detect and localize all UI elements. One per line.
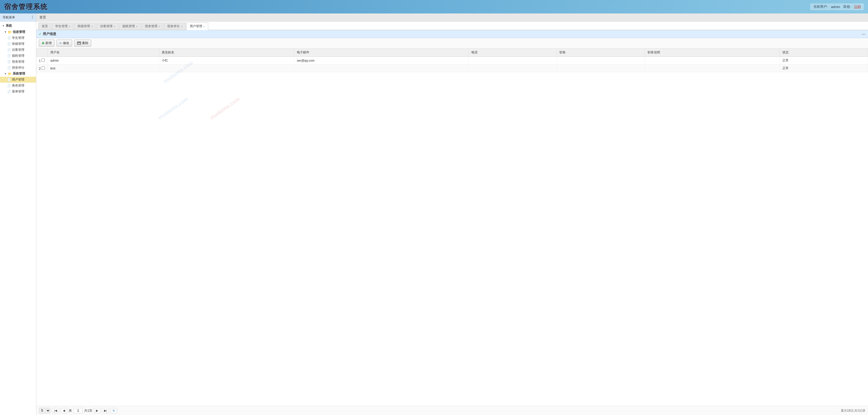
table-row: 1 admin 小红 ser@qq.com 正常 (36, 57, 868, 65)
user-mgmt-label: 用户管理 (12, 77, 24, 82)
col-header-role: 职务 (557, 48, 645, 57)
delete-icon: ▬ (77, 41, 81, 45)
dorm-mgmt-label: 宿舍管理 (12, 60, 24, 64)
page-label: 第 (69, 409, 72, 413)
doc-icon: 📄 (7, 36, 11, 40)
cell-email-2 (294, 65, 469, 72)
cell-role-2 (557, 65, 645, 72)
folder-icon: 📁 (8, 30, 12, 34)
cell-username-1: admin (48, 57, 159, 65)
tab-user-mgmt-close[interactable]: × (203, 25, 205, 28)
sidebar-tree: ▼ 系统 ▼ 📁 信息管理 📄 学生管理 📄 班级管理 📄 访客管理 (0, 22, 36, 96)
content-area: 首页 首页 学生管理 × 班级管理 × 访客管理 × 损耗管理 × (36, 13, 868, 415)
last-page-button[interactable]: ▶| (102, 408, 109, 413)
tab-dorm-eval[interactable]: 宿舍评分 × (164, 23, 186, 30)
table-row: 2 test 正常 (36, 65, 868, 72)
table-container: mudaima.com mudaima.com mudaima.com 用户名 … (36, 48, 868, 406)
tab-visitor-mgmt[interactable]: 访客管理 × (97, 23, 119, 30)
cell-phone-1 (469, 57, 557, 65)
first-page-button[interactable]: |◀ (52, 408, 59, 413)
app-title: 宿舍管理系统 (4, 2, 48, 11)
tab-damage-mgmt-close[interactable]: × (136, 25, 137, 28)
sidebar-item-dorm-eval[interactable]: 📄 宿舍评分 (0, 65, 36, 71)
sidebar-item-damage-mgmt[interactable]: 📄 损耗管理 (0, 53, 36, 59)
edit-button[interactable]: ✏ 修改 (57, 40, 72, 47)
logout-button[interactable]: 注销 (854, 4, 861, 9)
header: 宿舍管理系统 当前用户: admin 其他: 注销 (0, 0, 868, 13)
doc-icon: 📄 (7, 48, 11, 51)
arrow-icon: ▼ (4, 72, 7, 75)
sidebar: 导航菜单 《 ▼ 系统 ▼ 📁 信息管理 📄 学生管理 📄 班级管理 (0, 13, 36, 415)
pagination: 5 10 20 50 |◀ ◀ 第 共1页 ▶ ▶| ↻ 显示1到2,共2记录 (36, 406, 868, 415)
toolbar: ✚ 新增 ✏ 修改 ▬ 删除 (36, 38, 868, 48)
tab-dorm-mgmt-close[interactable]: × (158, 25, 160, 28)
info-mgmt-label: 信息管理 (13, 30, 25, 34)
tab-dorm-mgmt-label: 宿舍管理 (145, 24, 157, 29)
col-header-username: 用户名 (48, 48, 159, 57)
sidebar-item-system[interactable]: ▼ 系统 (0, 23, 36, 29)
tab-student-mgmt-close[interactable]: × (69, 25, 70, 28)
row-checkbox-1[interactable] (41, 59, 45, 62)
panel-title: ✓ 用户信息 (39, 32, 56, 36)
tab-visitor-mgmt-close[interactable]: × (114, 25, 115, 28)
tab-dorm-eval-close[interactable]: × (181, 25, 182, 28)
doc-icon: 📄 (7, 78, 11, 81)
page-size-select[interactable]: 5 10 20 50 (39, 408, 50, 413)
panel-collapse-button[interactable]: — (862, 32, 865, 36)
student-mgmt-label: 学生管理 (12, 36, 24, 40)
folder-icon: 📁 (8, 72, 12, 76)
user-table: 用户名 真实姓名 电子邮件 电话 职务 职务说明 状态 1 (36, 48, 868, 72)
doc-icon: 📄 (7, 60, 11, 64)
sidebar-toggle-button[interactable]: 《 (30, 15, 33, 20)
table-body: 1 admin 小红 ser@qq.com 正常 (36, 57, 868, 72)
add-label: 新增 (45, 41, 52, 45)
cell-role-desc-1 (645, 57, 780, 65)
tab-damage-mgmt[interactable]: 损耗管理 × (119, 23, 141, 30)
tab-visitor-mgmt-label: 访客管理 (100, 24, 113, 29)
next-page-button[interactable]: ▶ (94, 408, 100, 413)
sidebar-item-dorm-mgmt[interactable]: 📄 宿舍管理 (0, 59, 36, 65)
sidebar-item-user-mgmt[interactable]: 📄 用户管理 (0, 77, 36, 83)
col-header-email: 电子邮件 (294, 48, 469, 57)
tab-class-mgmt[interactable]: 班级管理 × (74, 23, 96, 30)
sidebar-item-student-mgmt[interactable]: 📄 学生管理 (0, 35, 36, 41)
prev-page-button[interactable]: ◀ (61, 408, 67, 413)
tab-user-mgmt[interactable]: 用户管理 × (186, 23, 208, 30)
sidebar-item-sys-mgmt[interactable]: ▼ 📁 系统管理 (0, 71, 36, 77)
cell-status-1: 正常 (780, 57, 868, 65)
refresh-button[interactable]: ↻ (111, 408, 117, 413)
sidebar-item-visitor-mgmt[interactable]: 📄 访客管理 (0, 47, 36, 53)
check-icon: ✓ (39, 32, 41, 36)
dorm-eval-label: 宿舍评分 (12, 66, 24, 70)
sidebar-item-info-mgmt[interactable]: ▼ 📁 信息管理 (0, 29, 36, 35)
tab-dorm-mgmt[interactable]: 宿舍管理 × (142, 23, 163, 30)
delete-button[interactable]: ▬ 删除 (74, 40, 91, 47)
sidebar-item-menu-mgmt[interactable]: 📄 菜单管理 (0, 89, 36, 95)
tab-student-mgmt-label: 学生管理 (55, 24, 68, 29)
tab-user-mgmt-label: 用户管理 (190, 24, 202, 29)
current-page-input[interactable] (73, 408, 83, 413)
col-header-phone: 电话 (469, 48, 557, 57)
damage-mgmt-label: 损耗管理 (12, 54, 24, 58)
tab-student-mgmt[interactable]: 学生管理 × (52, 23, 74, 30)
menu-mgmt-label: 菜单管理 (12, 90, 24, 94)
panel-title-text: 用户信息 (43, 32, 56, 36)
tab-home[interactable]: 首页 (38, 23, 51, 30)
tab-damage-mgmt-label: 损耗管理 (122, 24, 135, 29)
visitor-mgmt-label: 访客管理 (12, 48, 24, 52)
sidebar-item-class-mgmt[interactable]: 📄 班级管理 (0, 41, 36, 47)
edit-label: 修改 (63, 41, 69, 45)
add-icon: ✚ (42, 41, 44, 45)
sidebar-item-role-mgmt[interactable]: 📄 角色管理 (0, 83, 36, 89)
doc-icon: 📄 (7, 90, 11, 93)
doc-icon: 📄 (7, 54, 11, 58)
cell-phone-2 (469, 65, 557, 72)
pagination-summary: 显示1到2,共2记录 (841, 409, 865, 413)
add-button[interactable]: ✚ 新增 (39, 40, 55, 47)
row-num-1: 1 (36, 57, 48, 65)
row-checkbox-2[interactable] (41, 66, 45, 70)
tab-home-label: 首页 (42, 24, 48, 29)
tab-class-mgmt-close[interactable]: × (91, 25, 93, 28)
user-info-panel: ✓ 用户信息 — ✚ 新增 ✏ 修改 ▬ 删除 (36, 30, 868, 415)
tabs-bar: 首页 学生管理 × 班级管理 × 访客管理 × 损耗管理 × 宿舍管理 × (36, 22, 868, 30)
